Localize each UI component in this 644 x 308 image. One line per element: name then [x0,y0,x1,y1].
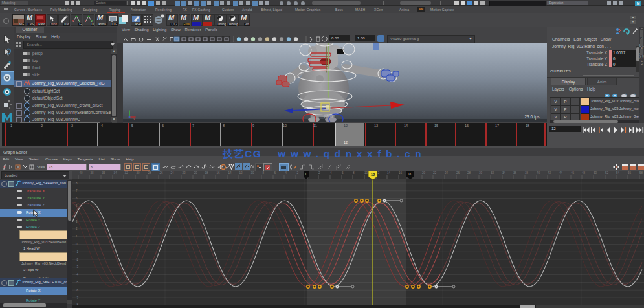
svg-text:-5: -5 [76,281,78,284]
svg-text:-38: -38 [89,171,94,175]
svg-text:-28: -28 [147,171,151,175]
svg-text:58: 58 [639,171,643,175]
svg-text:-12: -12 [238,171,243,175]
svg-text:-32: -32 [124,171,128,175]
svg-text:-7: -7 [76,296,78,300]
svg-text:52: 52 [605,171,609,175]
svg-text:16: 16 [399,171,403,175]
svg-text:-20: -20 [193,171,197,175]
svg-text:14: 14 [387,171,391,175]
svg-text:-6: -6 [76,289,78,292]
svg-text:-26: -26 [159,171,163,175]
svg-text:2: 2 [318,171,320,175]
svg-text:30: 30 [479,171,483,175]
svg-text:46: 46 [571,171,575,175]
svg-text:-40: -40 [78,171,83,175]
svg-text:20: 20 [422,171,426,175]
svg-text:32: 32 [491,171,494,175]
svg-text:-18: -18 [204,171,208,175]
svg-text:44: 44 [559,171,563,175]
svg-text:54: 54 [616,171,620,175]
svg-text:48: 48 [582,171,586,175]
svg-text:23.0 fps: 23.0 fps [524,115,540,120]
svg-text:-4: -4 [284,171,287,175]
svg-text:1: 1 [305,172,307,176]
svg-text:18: 18 [408,172,412,176]
svg-text:-16: -16 [216,171,220,175]
svg-text:-34: -34 [113,171,117,175]
svg-text:-22: -22 [181,171,186,175]
svg-text:36: 36 [513,171,517,175]
svg-text:8: 8 [353,171,355,175]
svg-text:-2: -2 [296,171,299,175]
svg-text:-8: -8 [261,171,265,175]
svg-text:26: 26 [456,171,460,175]
svg-text:56: 56 [628,171,632,175]
svg-text:34: 34 [502,171,506,175]
svg-text:6: 6 [342,171,344,175]
svg-text:-14: -14 [227,171,232,175]
svg-text:johnny: johnny [324,115,333,118]
svg-text:-10: -10 [250,171,254,175]
svg-text:28: 28 [467,171,471,175]
svg-text:-4: -4 [76,273,78,276]
svg-text:40: 40 [537,171,540,175]
svg-text:-1: -1 [76,250,78,254]
svg-text:4: 4 [330,171,332,175]
svg-text:-6: -6 [273,171,276,175]
svg-text:24: 24 [445,171,449,175]
svg-text:-2: -2 [76,258,78,261]
svg-text:38: 38 [525,171,529,175]
svg-text:22: 22 [433,171,437,175]
svg-text:-3: -3 [76,265,78,269]
svg-text:-24: -24 [170,171,174,175]
svg-text:50: 50 [594,171,597,175]
svg-text:42: 42 [548,171,551,175]
svg-text:-36: -36 [101,171,105,175]
svg-text:12: 12 [371,173,375,177]
svg-text:10: 10 [364,171,368,175]
svg-text:-30: -30 [135,171,140,175]
